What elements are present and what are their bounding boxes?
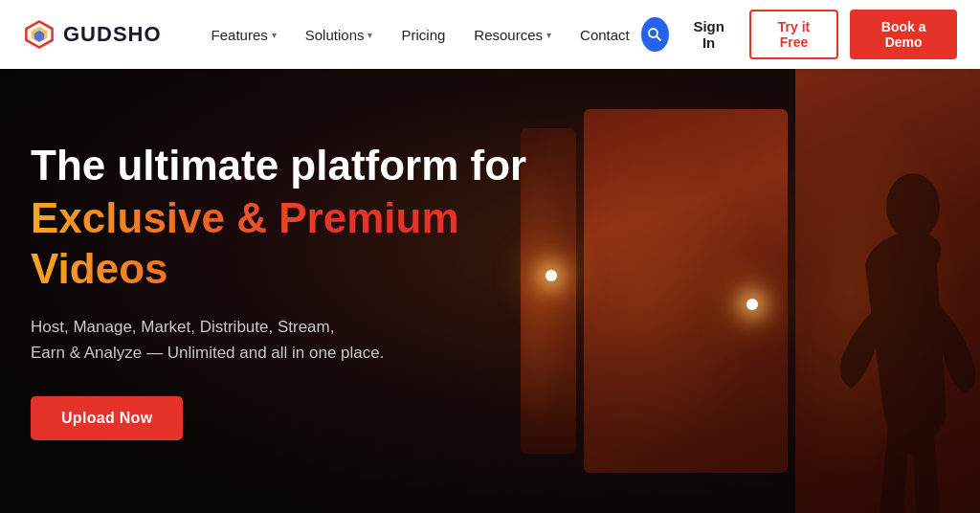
try-free-button[interactable]: Try it Free <box>749 10 839 59</box>
nav-links: Features ▾ Solutions ▾ Pricing Resources… <box>200 19 641 51</box>
sign-in-button[interactable]: Sign In <box>680 11 738 58</box>
hero-content: The ultimate platform for Exclusive & Pr… <box>0 142 536 441</box>
nav-features[interactable]: Features ▾ <box>200 19 288 51</box>
video-panel-3 <box>795 69 980 513</box>
logo-icon <box>23 18 56 51</box>
hero-title-colored: Exclusive & Premium Videos <box>31 193 536 295</box>
light-orb-right <box>746 299 758 310</box>
nav-contact[interactable]: Contact <box>568 19 641 51</box>
nav-solutions[interactable]: Solutions ▾ <box>294 19 385 51</box>
logo-text: GUDSHO <box>63 22 162 47</box>
hero-title-white: The ultimate platform for <box>31 142 536 190</box>
light-orb-left <box>546 270 557 281</box>
nav-actions: Sign In Try it Free Book a Demo <box>641 10 957 59</box>
chevron-down-icon: ▾ <box>368 30 372 40</box>
search-button[interactable] <box>641 17 669 52</box>
navbar: GUDSHO Features ▾ Solutions ▾ Pricing Re… <box>0 0 980 69</box>
svg-line-4 <box>657 36 660 40</box>
book-demo-button[interactable]: Book a Demo <box>850 10 957 59</box>
video-panel-2 <box>584 109 788 473</box>
video-panels <box>482 69 980 513</box>
hero-section: The ultimate platform for Exclusive & Pr… <box>0 69 980 513</box>
person-silhouette <box>795 149 980 513</box>
nav-pricing[interactable]: Pricing <box>390 19 457 51</box>
nav-resources[interactable]: Resources ▾ <box>462 19 563 51</box>
hero-subtitle: Host, Manage, Market, Distribute, Stream… <box>31 314 536 366</box>
search-icon <box>647 27 662 42</box>
logo-link[interactable]: GUDSHO <box>23 18 162 51</box>
upload-now-button[interactable]: Upload Now <box>31 396 183 440</box>
svg-point-5 <box>886 173 940 240</box>
chevron-down-icon: ▾ <box>272 30 277 40</box>
chevron-down-icon: ▾ <box>546 30 551 40</box>
